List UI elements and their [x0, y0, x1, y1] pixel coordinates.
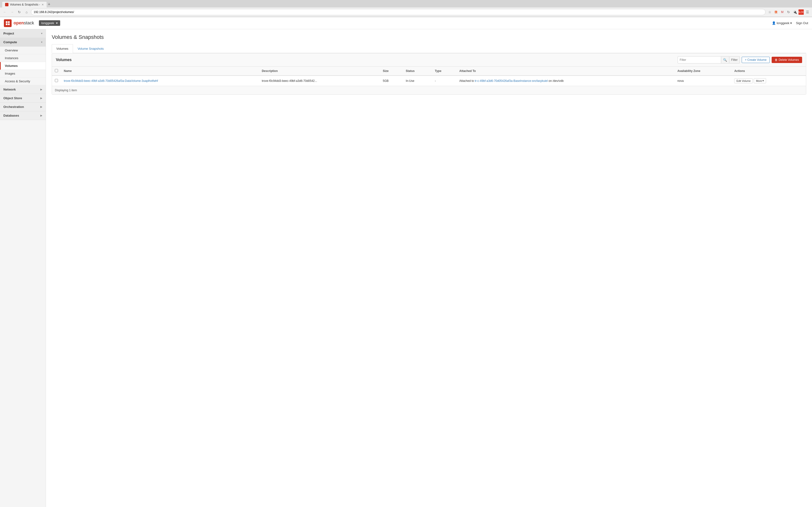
- sidebar-item-images[interactable]: Images: [0, 70, 46, 77]
- blog-icon[interactable]: BLOG: [799, 9, 804, 15]
- col-name: Name: [61, 67, 259, 75]
- svg-rect-1: [8, 21, 10, 23]
- user-menu[interactable]: 👤 longgeek ▾: [772, 21, 792, 25]
- browser-tabs: Volumes & Snapshots - ✕ +: [0, 0, 812, 7]
- row-az-cell: nova: [674, 75, 731, 86]
- content-area: Volumes & Snapshots Volumes Volume Snaps…: [46, 29, 812, 507]
- table-row: trove-f0c94dd3-beec-49bf-a3d6-70d05426af…: [52, 75, 806, 86]
- tab-volumes[interactable]: Volumes: [52, 44, 73, 53]
- user-icon: 👤: [772, 21, 776, 25]
- volume-name-link[interactable]: trove-f0c94dd3-beec-49bf-a3d6-70d05426af…: [64, 79, 158, 82]
- reload-button[interactable]: ↻: [16, 9, 22, 15]
- more-chevron-icon: ▾: [762, 79, 764, 82]
- row-name-cell: trove-f0c94dd3-beec-49bf-a3d6-70d05426af…: [61, 75, 259, 86]
- browser-tab-active[interactable]: Volumes & Snapshots - ✕: [2, 1, 47, 7]
- refresh-icon[interactable]: ↻: [786, 9, 791, 15]
- col-size: Size: [380, 67, 403, 75]
- table-footer: Displaying 1 item: [52, 86, 806, 95]
- sidebar-item-overview[interactable]: Overview: [0, 47, 46, 54]
- sidebar-project-header[interactable]: Project ▾: [0, 29, 46, 38]
- sidebar-orchestration-header[interactable]: Orchestration ▶: [0, 103, 46, 111]
- sidebar-item-instances[interactable]: Instances: [0, 54, 46, 62]
- weibo-icon[interactable]: 微: [773, 9, 779, 15]
- sidebar: Project ▾ Compute ▾ Overview Instances V…: [0, 29, 46, 507]
- forward-button[interactable]: →: [9, 9, 15, 15]
- tab-close-button[interactable]: ✕: [42, 3, 44, 6]
- row-checkbox[interactable]: [55, 79, 58, 82]
- search-icon: 🔍: [723, 58, 727, 62]
- filter-search-button[interactable]: 🔍: [721, 56, 729, 63]
- volume-type: -: [435, 79, 436, 82]
- sidebar-item-access-security[interactable]: Access & Security: [0, 77, 46, 85]
- logo-area: openstack: [4, 19, 34, 27]
- compute-label: Compute: [3, 40, 17, 44]
- user-menu-chevron: ▾: [790, 21, 792, 25]
- volumes-table: Name Description Size Status Type Attach…: [52, 67, 806, 86]
- filter-button[interactable]: Filter: [729, 56, 740, 63]
- databases-label: Databases: [3, 114, 19, 117]
- sidebar-object-store-header[interactable]: Object Store ▶: [0, 94, 46, 103]
- main-layout: Project ▾ Compute ▾ Overview Instances V…: [0, 29, 812, 507]
- row-checkbox-cell: [52, 75, 61, 86]
- network-chevron-icon: ▶: [40, 88, 42, 91]
- trash-icon: 🗑: [775, 58, 778, 62]
- home-button[interactable]: ⌂: [24, 9, 30, 15]
- tab-volume-snapshots[interactable]: Volume Snapshots: [73, 44, 108, 53]
- object-store-label: Object Store: [3, 96, 22, 100]
- table-section-title: Volumes: [56, 58, 678, 62]
- header-right: 👤 longgeek ▾ Sign Out: [772, 21, 808, 25]
- col-description: Description: [259, 67, 380, 75]
- address-bar[interactable]: [31, 9, 766, 15]
- attached-suffix: on /dev/vdb: [548, 79, 564, 82]
- col-actions: Actions: [731, 67, 806, 75]
- sign-out-button[interactable]: Sign Out: [796, 21, 808, 25]
- edit-volume-button[interactable]: Edit Volume: [734, 78, 753, 83]
- row-status-cell: In-Use: [403, 75, 432, 86]
- project-selector-dropdown[interactable]: longgeek ▾: [39, 20, 60, 26]
- browser-toolbar: ← → ↻ ⌂ ☆ 微 M ↻ 🔌 BLOG ☰: [0, 7, 812, 17]
- row-attached-to-cell: Attached to tr-c-49bf-a3d6-70d05426af3a-…: [456, 75, 674, 86]
- menu-icon[interactable]: ☰: [805, 9, 810, 15]
- app-header: openstack longgeek ▾ 👤 longgeek ▾ Sign O…: [0, 17, 812, 29]
- object-store-chevron-icon: ▶: [40, 97, 42, 100]
- attached-prefix: Attached to: [459, 79, 475, 82]
- row-description-cell: trove-f0c94dd3-beec-49bf-a3d6-70d0542...: [259, 75, 380, 86]
- sidebar-item-volumes[interactable]: Volumes: [0, 62, 46, 70]
- more-label: More: [756, 79, 762, 82]
- project-chevron-icon: ▾: [41, 32, 42, 35]
- select-all-checkbox[interactable]: [55, 69, 58, 72]
- filter-input[interactable]: [678, 56, 721, 63]
- create-volume-button[interactable]: + Create Volume: [742, 57, 770, 63]
- col-status: Status: [403, 67, 432, 75]
- compute-chevron-icon: ▾: [41, 41, 42, 44]
- gmail-icon[interactable]: M: [779, 9, 785, 15]
- orchestration-label: Orchestration: [3, 105, 24, 109]
- extension-icon[interactable]: 🔌: [792, 9, 798, 15]
- back-button[interactable]: ←: [2, 9, 8, 15]
- sidebar-network-header[interactable]: Network ▶: [0, 85, 46, 94]
- sidebar-compute-header[interactable]: Compute ▾: [0, 38, 46, 47]
- orchestration-chevron-icon: ▶: [40, 106, 42, 108]
- svg-rect-2: [6, 23, 7, 25]
- delete-volumes-button[interactable]: 🗑 Delete Volumes: [772, 57, 802, 63]
- openstack-logo-icon: [4, 19, 12, 27]
- bookmark-icon[interactable]: ☆: [767, 9, 772, 15]
- more-actions-button[interactable]: More ▾: [754, 78, 766, 83]
- tab-title: Volumes & Snapshots -: [10, 3, 40, 6]
- select-all-header: [52, 67, 61, 75]
- tab-favicon: [5, 3, 8, 6]
- sidebar-databases-header[interactable]: Databases ▶: [0, 111, 46, 120]
- volume-az: nova: [677, 79, 684, 82]
- volume-size: 5GB: [383, 79, 389, 82]
- project-name: longgeek: [41, 21, 54, 25]
- table-header-row: Name Description Size Status Type Attach…: [52, 67, 806, 75]
- logo-text: openstack: [13, 20, 34, 25]
- new-tab-button[interactable]: +: [48, 2, 51, 7]
- page-title: Volumes & Snapshots: [52, 34, 806, 40]
- browser-chrome: Volumes & Snapshots - ✕ + ← → ↻ ⌂ ☆ 微 M …: [0, 0, 812, 17]
- toolbar-icons: ☆ 微 M ↻ 🔌 BLOG ☰: [767, 9, 810, 15]
- col-availability-zone: Availability Zone: [674, 67, 731, 75]
- table-header-bar: Volumes 🔍 Filter + Create Volume 🗑 Delet…: [52, 53, 806, 67]
- attached-instance-link[interactable]: tr-c-49bf-a3d6-70d05426af3a-BaseInstance…: [475, 79, 548, 82]
- databases-chevron-icon: ▶: [40, 114, 42, 117]
